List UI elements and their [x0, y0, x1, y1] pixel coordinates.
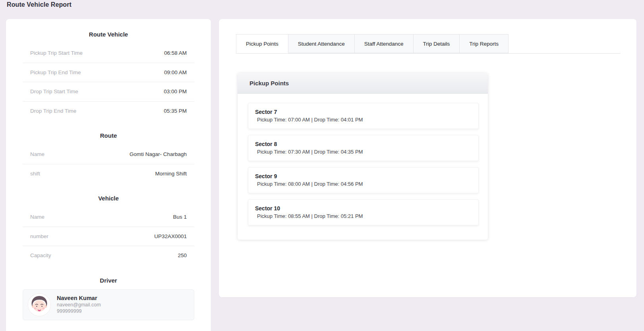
- detail-value: 250: [178, 252, 187, 258]
- pickup-points-list: Sector 7 Pickup Time: 07:00 AM | Drop Ti…: [238, 94, 488, 240]
- section-heading-route: Route: [6, 132, 211, 139]
- detail-label: Name: [30, 151, 44, 157]
- section-heading-vehicle: Vehicle: [6, 195, 211, 202]
- tab-trip-details[interactable]: Trip Details: [413, 34, 460, 53]
- detail-row: shift Morning Shift: [23, 164, 194, 183]
- detail-label: Capacity: [30, 252, 51, 258]
- route-vehicle-rows: Pickup Trip Start Time 06:58 AM Pickup T…: [23, 43, 194, 120]
- detail-value: Morning Shift: [155, 171, 187, 177]
- driver-card: Naveen Kumar naveen@gmail.com 999999999: [23, 289, 194, 320]
- driver-name: Naveen Kumar: [57, 295, 101, 301]
- tab-staff-attendance[interactable]: Staff Attendance: [354, 34, 414, 53]
- pickup-point-name: Sector 10: [255, 205, 472, 212]
- detail-row: Name Bus 1: [23, 207, 194, 227]
- pickup-point-item: Sector 8 Pickup Time: 07:30 AM | Drop Ti…: [248, 135, 479, 161]
- detail-value: UP32AX0001: [154, 233, 187, 239]
- vehicle-rows: Name Bus 1 number UP32AX0001 Capacity 25…: [23, 207, 194, 265]
- pickup-point-name: Sector 8: [255, 141, 472, 147]
- detail-label: Pickup Trip Start Time: [30, 50, 83, 56]
- detail-row: Capacity 250: [23, 246, 194, 265]
- pickup-point-item: Sector 10 Pickup Time: 08:55 AM | Drop T…: [248, 199, 479, 225]
- detail-label: Drop Trip Start Time: [30, 89, 78, 94]
- detail-value: Bus 1: [173, 214, 187, 220]
- pickup-point-item: Sector 7 Pickup Time: 07:00 AM | Drop Ti…: [248, 103, 479, 129]
- driver-email: naveen@gmail.com: [57, 302, 101, 308]
- detail-label: Name: [30, 214, 44, 220]
- pickup-point-schedule: Pickup Time: 08:55 AM | Drop Time: 05:21…: [257, 213, 472, 219]
- pickup-points-card: Pickup Points Sector 7 Pickup Time: 07:0…: [238, 73, 488, 240]
- detail-value: 03:00 PM: [164, 89, 187, 94]
- detail-value: 06:58 AM: [164, 50, 187, 56]
- route-rows: Name Gomti Nagar- Charbagh shift Morning…: [23, 144, 194, 183]
- tab-pickup-points[interactable]: Pickup Points: [236, 34, 288, 53]
- pickup-point-name: Sector 9: [255, 173, 472, 179]
- detail-row: number UP32AX0001: [23, 227, 194, 246]
- pickup-points-card-title: Pickup Points: [238, 73, 488, 94]
- detail-label: number: [30, 233, 48, 239]
- detail-label: Pickup Trip End Time: [30, 69, 81, 75]
- detail-row: Pickup Trip Start Time 06:58 AM: [23, 43, 194, 63]
- pickup-point-item: Sector 9 Pickup Time: 08:00 AM | Drop Ti…: [248, 167, 479, 193]
- route-vehicle-summary-panel: Route Vehicle Pickup Trip Start Time 06:…: [6, 19, 211, 331]
- driver-phone: 999999999: [57, 308, 101, 315]
- page-title: Route Vehicle Report: [7, 1, 72, 8]
- report-detail-panel: Pickup Points Student Attendance Staff A…: [219, 19, 636, 297]
- tab-student-attendance[interactable]: Student Attendance: [288, 34, 355, 53]
- detail-row: Name Gomti Nagar- Charbagh: [23, 144, 194, 164]
- detail-row: Drop Trip End Time 05:35 PM: [23, 101, 194, 121]
- report-tabs: Pickup Points Student Attendance Staff A…: [236, 34, 621, 54]
- detail-row: Pickup Trip End Time 09:00 AM: [23, 63, 194, 82]
- driver-avatar-face-icon: [28, 293, 51, 316]
- pickup-point-name: Sector 7: [255, 109, 472, 115]
- detail-label: Drop Trip End Time: [30, 108, 76, 114]
- detail-row: Drop Trip Start Time 03:00 PM: [23, 82, 194, 101]
- tab-trip-reports[interactable]: Trip Reports: [459, 34, 509, 53]
- pickup-point-schedule: Pickup Time: 08:00 AM | Drop Time: 04:56…: [257, 181, 472, 187]
- detail-label: shift: [30, 171, 40, 177]
- detail-value: 09:00 AM: [164, 69, 187, 75]
- detail-value: 05:35 PM: [164, 108, 187, 114]
- driver-info: Naveen Kumar naveen@gmail.com 999999999: [57, 295, 101, 314]
- section-heading-route-vehicle: Route Vehicle: [6, 31, 211, 38]
- pickup-point-schedule: Pickup Time: 07:00 AM | Drop Time: 04:01…: [257, 117, 472, 123]
- detail-value: Gomti Nagar- Charbagh: [130, 151, 187, 157]
- section-heading-driver: Driver: [6, 277, 211, 284]
- pickup-point-schedule: Pickup Time: 07:30 AM | Drop Time: 04:35…: [257, 149, 472, 155]
